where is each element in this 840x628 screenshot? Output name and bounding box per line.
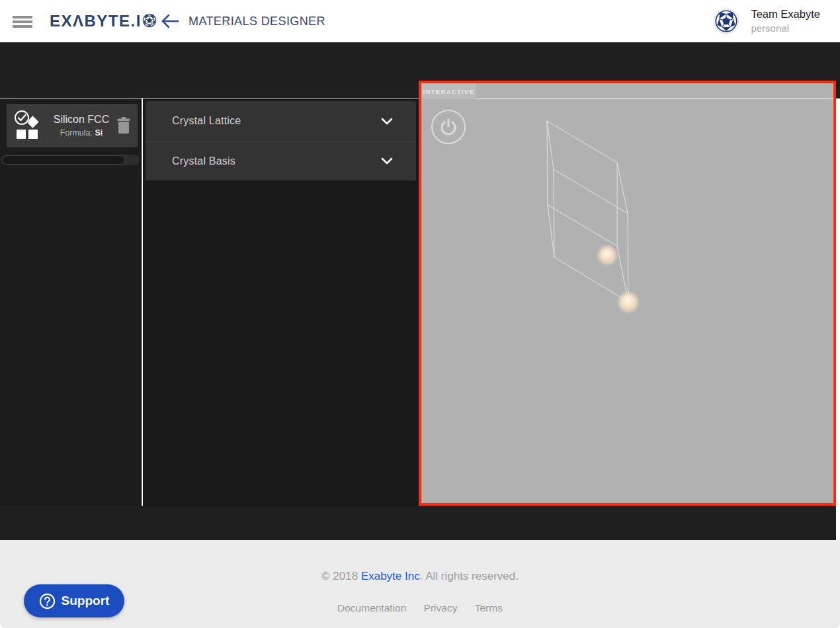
- editor-panel: Crystal Lattice Crystal Basis: [143, 98, 419, 506]
- section-label: Crystal Lattice: [172, 115, 241, 127]
- hamburger-menu-icon[interactable]: [13, 16, 32, 28]
- atom-sphere[interactable]: [621, 295, 636, 309]
- avatar[interactable]: [714, 9, 739, 34]
- link-terms[interactable]: Terms: [475, 602, 503, 613]
- account-name: Team Exabyte: [751, 8, 820, 20]
- bottom-dark-strip: [0, 506, 836, 540]
- logo-text: EXΛBYTE.I: [50, 12, 142, 30]
- footer-links: Documentation Privacy Terms: [0, 602, 840, 614]
- company-link[interactable]: Exabyte Inc: [361, 570, 420, 582]
- power-toggle-button[interactable]: [431, 110, 466, 144]
- page-title: MATERIALS DESIGNER: [189, 15, 325, 28]
- support-button-label: Support: [62, 594, 110, 608]
- tab-interactive-label: INTERACTIVE: [423, 88, 475, 95]
- sidebar-horizontal-scrollbar[interactable]: [1, 155, 140, 165]
- materials-designer-app: EXΛBYTE.I: [0, 0, 840, 628]
- power-icon: [439, 118, 458, 136]
- section-crystal-lattice[interactable]: Crystal Lattice: [146, 101, 416, 141]
- chevron-down-icon: [381, 118, 393, 125]
- link-documentation[interactable]: Documentation: [337, 602, 406, 613]
- material-list-item[interactable]: Silicon FCC Formula: Si: [7, 104, 138, 147]
- tab-interactive[interactable]: INTERACTIVE: [421, 83, 476, 99]
- crystal-wireframe-scene[interactable]: [421, 83, 833, 503]
- atom-sphere[interactable]: [601, 249, 614, 262]
- soccer-ball-icon: [142, 13, 157, 30]
- exabyte-logo[interactable]: EXΛBYTE.I: [50, 11, 157, 30]
- chevron-down-icon: [381, 157, 393, 165]
- app-header: EXΛBYTE.I: [0, 0, 840, 42]
- viewer-tab-underline: [421, 98, 833, 99]
- link-privacy[interactable]: Privacy: [424, 602, 458, 613]
- sections-accordion: Crystal Lattice Crystal Basis: [146, 101, 416, 180]
- section-crystal-basis[interactable]: Crystal Basis: [146, 141, 416, 180]
- back-arrow-icon[interactable]: [161, 13, 179, 30]
- material-formula: Formula: Si: [48, 128, 114, 137]
- app-footer: © 2018 Exabyte Inc. All rights reserved.…: [0, 540, 840, 628]
- question-circle-icon: [39, 593, 56, 609]
- account-type: personal: [751, 22, 820, 34]
- section-label: Crystal Basis: [172, 155, 235, 167]
- delete-material-icon[interactable]: [116, 116, 132, 135]
- material-name: Silicon FCC: [48, 114, 114, 126]
- materials-sidebar: Silicon FCC Formula: Si: [0, 98, 142, 506]
- scrollbar-thumb[interactable]: [2, 155, 125, 165]
- copyright-text: © 2018 Exabyte Inc. All rights reserved.: [0, 570, 840, 583]
- account-widget[interactable]: Team Exabyte personal: [714, 8, 820, 34]
- support-button[interactable]: Support: [24, 584, 124, 617]
- interactive-3d-viewer[interactable]: INTERACTIVE: [419, 81, 836, 506]
- material-widgets-check-icon: [13, 109, 43, 142]
